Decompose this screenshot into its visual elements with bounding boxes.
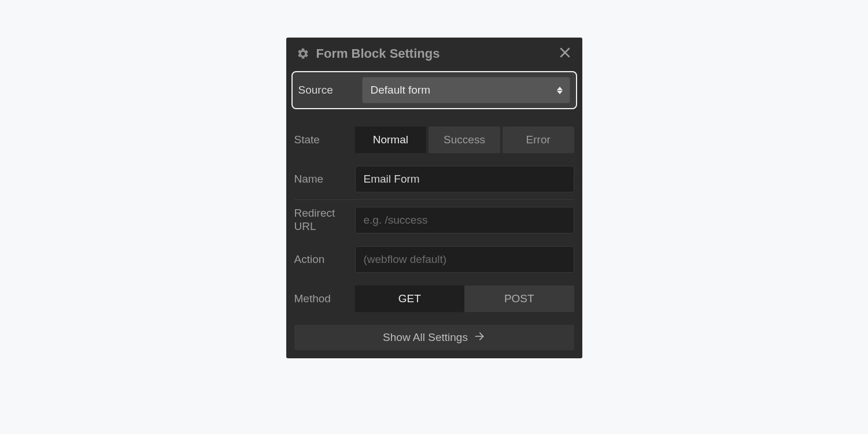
redirect-row: Redirect URL bbox=[286, 206, 582, 235]
name-label: Name bbox=[294, 173, 355, 186]
panel-title: Form Block Settings bbox=[316, 46, 558, 61]
method-label: Method bbox=[294, 292, 355, 305]
redirect-input[interactable] bbox=[355, 207, 574, 233]
state-segmented: Normal Success Error bbox=[355, 127, 574, 153]
method-option-post[interactable]: POST bbox=[464, 285, 574, 312]
action-input[interactable] bbox=[355, 246, 574, 273]
state-label: State bbox=[294, 133, 355, 146]
close-icon[interactable] bbox=[558, 46, 572, 62]
state-row: State Normal Success Error bbox=[286, 125, 582, 154]
method-option-get[interactable]: GET bbox=[355, 285, 465, 312]
state-option-error[interactable]: Error bbox=[503, 127, 574, 153]
panel-header: Form Block Settings bbox=[286, 38, 582, 71]
chevron-sort-icon bbox=[557, 87, 563, 94]
state-option-normal[interactable]: Normal bbox=[355, 127, 427, 153]
action-label: Action bbox=[294, 253, 355, 266]
gear-icon bbox=[297, 47, 309, 60]
source-value: Default form bbox=[371, 84, 430, 97]
show-all-settings-button[interactable]: Show All Settings bbox=[294, 325, 574, 350]
arrow-right-icon bbox=[474, 331, 485, 345]
source-row: Source Default form bbox=[291, 71, 577, 109]
state-option-success[interactable]: Success bbox=[429, 127, 500, 153]
divider bbox=[294, 199, 574, 200]
source-select[interactable]: Default form bbox=[362, 77, 570, 103]
settings-panel: Form Block Settings Source Default form … bbox=[286, 38, 582, 358]
action-row: Action bbox=[286, 245, 582, 274]
name-input[interactable] bbox=[355, 166, 574, 192]
method-segmented: GET POST bbox=[355, 285, 574, 312]
show-all-label: Show All Settings bbox=[383, 331, 468, 344]
name-row: Name bbox=[286, 165, 582, 194]
redirect-label: Redirect URL bbox=[294, 207, 355, 233]
source-label: Source bbox=[298, 84, 362, 97]
method-row: Method GET POST bbox=[286, 284, 582, 313]
